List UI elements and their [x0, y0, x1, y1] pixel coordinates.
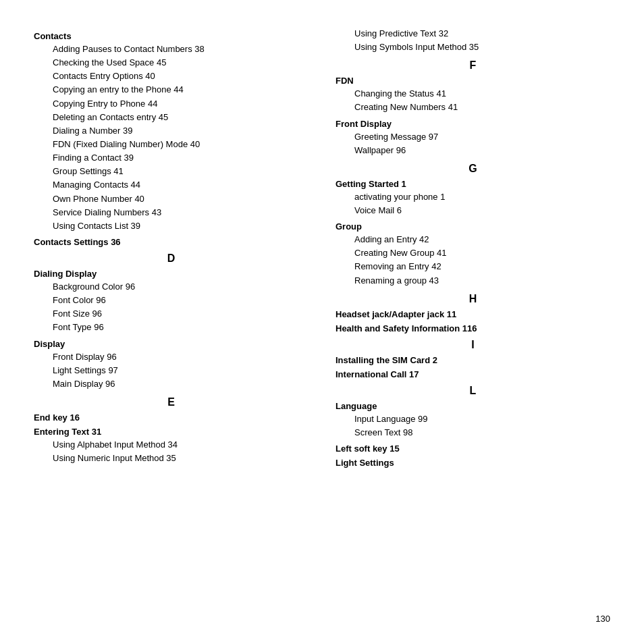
section-page: 17 — [409, 369, 419, 379]
section-page: 36 — [111, 237, 120, 247]
page-number: 130 — [595, 614, 610, 624]
list-item: Using Contacts List 39 — [34, 219, 308, 233]
section-header: Front Display — [336, 119, 610, 129]
section-page: 1 — [402, 179, 406, 189]
list-item: Removing an Entry 42 — [336, 260, 610, 273]
list-item: Voice Mail 6 — [336, 204, 610, 217]
section-header-inline: Entering Text 31 — [34, 427, 308, 437]
list-item: Finding a Contact 39 — [34, 151, 308, 165]
list-item: Font Color 96 — [34, 294, 308, 307]
section-header: Language — [336, 401, 610, 411]
list-item: Creating New Group 41 — [336, 246, 610, 260]
list-item: Light Settings 97 — [34, 364, 308, 377]
section-page: 11 — [447, 309, 456, 319]
list-item: Group Settings 41 — [34, 165, 308, 178]
list-item: Background Color 96 — [34, 280, 308, 294]
left-column: ContactsAdding Pauses to Contact Numbers… — [34, 27, 308, 469]
section-label: Left soft key — [336, 444, 387, 454]
list-item: Font Type 96 — [34, 321, 308, 334]
section-header-inline: Contacts Settings 36 — [34, 237, 308, 247]
list-item: Copying an entry to the Phone 44 — [34, 83, 308, 97]
list-item: Using Predictive Text 32 — [336, 27, 610, 41]
section-label: Health and Safety Information — [336, 323, 460, 333]
list-item: Contacts Entry Options 40 — [34, 70, 308, 83]
section-header: FDN — [336, 76, 610, 86]
columns: ContactsAdding Pauses to Contact Numbers… — [34, 27, 610, 469]
list-item: Service Dialing Numbers 43 — [34, 206, 308, 219]
letter-header-h: H — [336, 293, 610, 305]
list-item: FDN (Fixed Dialing Number) Mode 40 — [34, 138, 308, 151]
section-header: Group — [336, 221, 610, 232]
section-page: 31 — [92, 427, 101, 437]
letter-header-e: E — [34, 396, 308, 408]
letter-header-i: I — [336, 339, 610, 351]
section-header-only: Light Settings — [336, 458, 610, 468]
section-header: Display — [34, 339, 308, 349]
right-column: Using Predictive Text 32Using Symbols In… — [336, 27, 610, 469]
section-label: Getting Started — [336, 179, 399, 189]
section-header: Dialing Display — [34, 269, 308, 279]
letter-header-g: G — [336, 163, 610, 175]
section-header-inline: End key 16 — [34, 412, 308, 423]
list-item: Managing Contacts 44 — [34, 178, 308, 192]
list-item: Adding Pauses to Contact Numbers 38 — [34, 43, 308, 56]
list-item: Checking the Used Space 45 — [34, 56, 308, 70]
section-label: End key — [34, 412, 68, 423]
section-label: Contacts Settings — [34, 237, 109, 247]
list-item: activating your phone 1 — [336, 190, 610, 204]
section-label: Entering Text — [34, 427, 89, 437]
section-header-inline: Left soft key 15 — [336, 444, 610, 454]
list-item: Dialing a Number 39 — [34, 124, 308, 138]
list-item: Using Numeric Input Method 35 — [34, 452, 308, 465]
section-page: 15 — [390, 444, 399, 454]
letter-header-f: F — [336, 59, 610, 72]
letter-header-d: D — [34, 252, 308, 265]
section-header-inline: Getting Started 1 — [336, 179, 610, 189]
section-label: International Call — [336, 369, 406, 379]
list-item: Own Phone Number 40 — [34, 192, 308, 206]
section-header: Contacts — [34, 31, 308, 41]
page: ContactsAdding Pauses to Contact Numbers… — [0, 0, 644, 644]
section-page: 16 — [70, 412, 79, 423]
list-item: Deleting an Contacts entry 45 — [34, 111, 308, 124]
section-label: Headset jack/Adapter jack — [336, 309, 444, 319]
list-item: Renaming a group 43 — [336, 274, 610, 288]
list-item: Font Size 96 — [34, 307, 308, 321]
section-page: 2 — [433, 355, 437, 365]
list-item: Creating New Numbers 41 — [336, 101, 610, 114]
section-header-inline: International Call 17 — [336, 369, 610, 379]
list-item: Input Language 99 — [336, 412, 610, 426]
list-item: Using Symbols Input Method 35 — [336, 41, 610, 54]
list-item: Changing the Status 41 — [336, 87, 610, 101]
section-header-inline: Health and Safety Information 116 — [336, 323, 610, 333]
list-item: Wallpaper 96 — [336, 144, 610, 157]
list-item: Screen Text 98 — [336, 426, 610, 439]
list-item: Using Alphabet Input Method 34 — [34, 438, 308, 452]
section-label: Installing the SIM Card — [336, 355, 430, 365]
section-header-inline: Headset jack/Adapter jack 11 — [336, 309, 610, 319]
section-header-inline: Installing the SIM Card 2 — [336, 355, 610, 365]
list-item: Front Display 96 — [34, 350, 308, 364]
letter-header-l: L — [336, 385, 610, 397]
list-item: Adding an Entry 42 — [336, 233, 610, 246]
list-item: Greeting Message 97 — [336, 130, 610, 144]
list-item: Copying Entry to Phone 44 — [34, 97, 308, 111]
section-page: 116 — [462, 323, 477, 333]
list-item: Main Display 96 — [34, 377, 308, 391]
